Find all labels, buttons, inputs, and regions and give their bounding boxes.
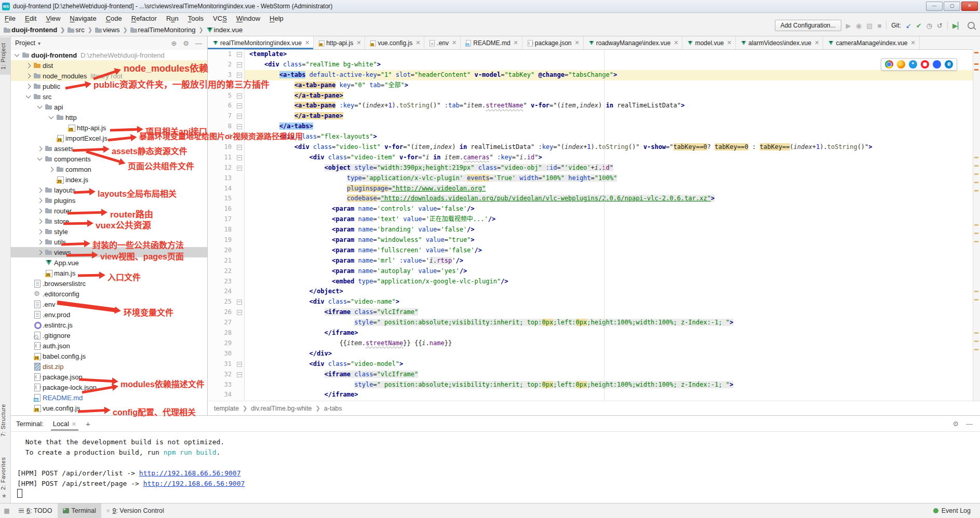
edge-browser-icon[interactable]	[945, 60, 953, 69]
terminal-link[interactable]: http://192.168.66.56:9007	[139, 469, 241, 477]
chevron-right-icon[interactable]	[37, 219, 43, 224]
fold-gutter[interactable]	[235, 214, 245, 225]
code-line-29[interactable]: 29 {{item.streetName}} {{i.name}}	[208, 338, 980, 349]
code-line-4[interactable]: 4 <a-tab-pane key="0" tab="全部">	[208, 80, 980, 91]
fold-icon[interactable]	[237, 62, 242, 67]
code-line-34[interactable]: 34 </iframe>	[208, 390, 980, 400]
chevron-right-icon[interactable]	[26, 63, 31, 68]
code-line-27[interactable]: 27 style=" position:absolute;visibility:…	[208, 318, 980, 328]
line-number[interactable]: 25	[208, 297, 235, 307]
terminal-tab-local[interactable]: Local✕	[51, 417, 78, 430]
chevron-down-icon[interactable]	[49, 114, 54, 119]
menu-run[interactable]: Run	[162, 14, 183, 23]
tree-item-auth.json[interactable]: auth.json	[11, 340, 207, 351]
breadcrumb-item[interactable]: src❯	[67, 26, 92, 34]
line-number[interactable]: 5	[208, 91, 235, 101]
tree-item-node_modules[interactable]: node_moduleslibrary root	[11, 71, 207, 81]
tool-stripe-structure[interactable]: 7: Structure	[0, 400, 10, 441]
line-number[interactable]: 21	[208, 256, 235, 266]
close-icon[interactable]: ✕	[674, 39, 678, 46]
terminal-output[interactable]: Note that the development build is not o…	[11, 432, 980, 499]
code-line-25[interactable]: 25 <div class="video-name">	[208, 297, 980, 307]
history-clock-icon[interactable]: ◷	[927, 22, 932, 30]
fold-gutter[interactable]	[235, 370, 245, 380]
tree-item-store[interactable]: store	[11, 216, 207, 226]
line-number[interactable]: 3	[208, 70, 235, 80]
line-number[interactable]: 31	[208, 359, 235, 370]
menu-tools[interactable]: Tools	[183, 14, 208, 23]
fold-gutter[interactable]	[235, 307, 245, 318]
close-icon[interactable]: ✕	[415, 39, 420, 46]
fold-gutter[interactable]	[235, 225, 245, 235]
fold-gutter[interactable]	[235, 297, 245, 307]
code-line-16[interactable]: 16 <param name='controls' value='false'/…	[208, 204, 980, 214]
line-number[interactable]: 24	[208, 287, 235, 297]
fold-gutter[interactable]	[235, 111, 245, 121]
fold-icon[interactable]	[237, 114, 242, 119]
fold-gutter[interactable]	[235, 91, 245, 101]
stripe-mark[interactable]	[974, 241, 978, 242]
line-number[interactable]: 33	[208, 380, 235, 390]
fold-gutter[interactable]	[235, 142, 245, 153]
firefox-browser-icon[interactable]	[897, 60, 905, 69]
fold-gutter[interactable]	[235, 60, 245, 70]
tree-item-.editorconfig[interactable]: .editorconfig	[11, 289, 207, 299]
git-update-icon[interactable]: ↙	[906, 22, 911, 30]
fold-gutter[interactable]	[235, 153, 245, 163]
coverage-icon[interactable]: ▧	[866, 22, 872, 30]
stripe-mark[interactable]	[974, 69, 978, 71]
fold-icon[interactable]	[237, 145, 242, 150]
line-number[interactable]: 14	[208, 184, 235, 194]
stripe-mark[interactable]	[974, 63, 978, 65]
gear-icon[interactable]: ⚙	[183, 39, 189, 47]
fold-icon[interactable]	[237, 299, 242, 305]
chevron-right-icon[interactable]	[37, 208, 43, 213]
chevron-right-icon[interactable]	[37, 250, 43, 255]
line-number[interactable]: 22	[208, 266, 235, 277]
menu-view[interactable]: View	[41, 14, 65, 23]
chevron-right-icon[interactable]	[37, 239, 43, 244]
chevron-right-icon[interactable]	[37, 187, 43, 193]
favorites-star-icon[interactable]: ★	[2, 493, 7, 499]
line-number[interactable]: 29	[208, 338, 235, 349]
project-panel-title[interactable]: Project	[15, 39, 35, 47]
stripe-mark[interactable]	[974, 332, 978, 334]
editor-tab-roadwayManage-index.vue[interactable]: roadwayManage\index.vue✕	[584, 36, 683, 49]
fold-gutter[interactable]	[235, 246, 245, 256]
tool-stripe-project[interactable]: 1: Project	[0, 37, 10, 75]
editor-tab-http-api.js[interactable]: http-api.js✕	[314, 36, 365, 49]
fold-gutter[interactable]	[235, 318, 245, 328]
code-line-3[interactable]: 3 <a-tabs default-active-key="1" slot="h…	[208, 70, 980, 80]
safari-browser-icon[interactable]	[909, 60, 917, 69]
menu-refactor[interactable]: Refactor	[127, 14, 162, 23]
code-line-11[interactable]: 11 <div class="video-item" v-for="i in i…	[208, 153, 980, 163]
line-number[interactable]: 11	[208, 153, 235, 163]
tree-item-dist[interactable]: dist	[11, 60, 207, 71]
fold-gutter[interactable]	[235, 132, 245, 142]
code-line-31[interactable]: 31 <div class="video-model">	[208, 359, 980, 370]
tree-item-.gitignore[interactable]: .gitignore	[11, 330, 207, 340]
fold-gutter[interactable]	[235, 184, 245, 194]
line-number[interactable]: 23	[208, 277, 235, 287]
tool-stripe-favorites[interactable]: 2: Favorites	[0, 452, 10, 495]
fold-gutter[interactable]	[235, 235, 245, 246]
chevron-down-icon[interactable]	[37, 156, 43, 161]
editor-tab-vue.config.js[interactable]: vue.config.js✕	[365, 36, 424, 49]
close-icon[interactable]: ✕	[575, 39, 580, 46]
menu-help[interactable]: Help	[265, 14, 288, 23]
tree-item-common[interactable]: common	[11, 164, 207, 174]
rollback-icon[interactable]: ↺	[937, 22, 943, 30]
code-line-6[interactable]: 6 <a-tab-pane :key="(index+1).toString()…	[208, 101, 980, 111]
add-configuration-button[interactable]: Add Configuration...	[775, 20, 841, 31]
line-number[interactable]: 18	[208, 225, 235, 235]
fold-gutter[interactable]	[235, 163, 245, 173]
run-icon[interactable]: ▶	[846, 22, 851, 30]
tool-window-switcher-icon[interactable]: ▦	[0, 507, 14, 514]
editor-tab-model.vue[interactable]: model.vue✕	[682, 36, 736, 49]
chevron-right-icon[interactable]	[26, 73, 31, 78]
tree-item-package-lock.json[interactable]: package-lock.json	[11, 382, 207, 392]
chevron-down-icon[interactable]	[26, 93, 31, 99]
close-icon[interactable]: ✕	[452, 39, 457, 46]
tree-item-http-api.js[interactable]: http-api.js	[11, 122, 207, 133]
stripe-mark[interactable]	[974, 233, 978, 234]
